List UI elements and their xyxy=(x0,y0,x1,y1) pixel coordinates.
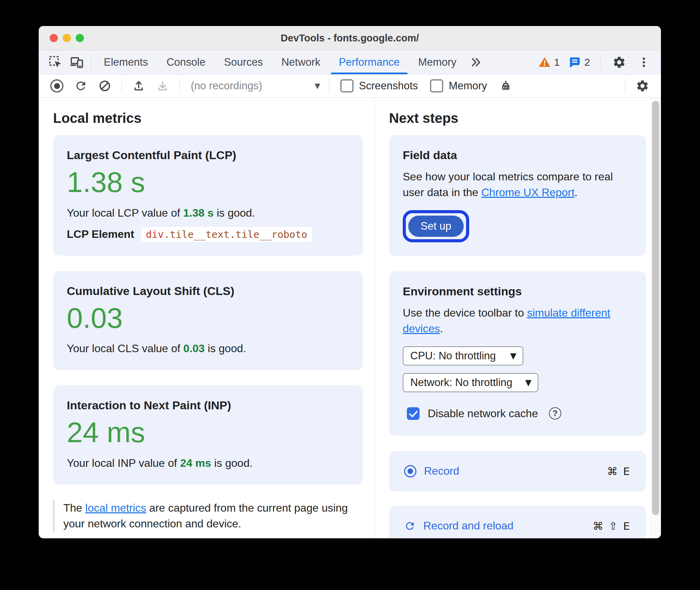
footnote-prefix: The xyxy=(63,502,85,514)
lcp-description: Your local LCP value of 1.38 s is good. xyxy=(67,205,349,221)
record-action-card[interactable]: Record ⌘ E xyxy=(389,451,646,491)
settings-button[interactable] xyxy=(609,55,629,69)
message-bubble-icon xyxy=(568,56,581,68)
environment-settings-title: Environment settings xyxy=(403,284,632,299)
disable-cache-checkbox[interactable] xyxy=(407,407,420,420)
download-profile-button[interactable] xyxy=(152,79,173,92)
upload-profile-button[interactable] xyxy=(128,79,149,92)
tab-memory[interactable]: Memory xyxy=(409,50,466,74)
gear-icon xyxy=(636,79,649,93)
record-reload-action-left: Record and reload xyxy=(404,520,593,532)
divider xyxy=(625,79,625,93)
cls-title: Cumulative Layout Shift (CLS) xyxy=(67,283,349,298)
disable-cache-label: Disable network cache xyxy=(428,407,538,420)
collect-garbage-button[interactable] xyxy=(495,79,516,93)
lcp-desc-suffix: is good. xyxy=(214,207,255,219)
lcp-desc-prefix: Your local LCP value of xyxy=(67,207,183,219)
scrollbar-thumb[interactable] xyxy=(652,101,659,515)
panel-tabs: Elements Console Sources Network Perform… xyxy=(95,50,466,74)
field-data-card: Field data See how your local metrics co… xyxy=(389,135,646,256)
more-tabs-button[interactable] xyxy=(466,56,486,69)
performance-toolbar: (no recordings) ▼ Screenshots Memory xyxy=(39,75,661,98)
minimize-window-button[interactable] xyxy=(63,34,71,42)
field-data-description: See how your local metrics compare to re… xyxy=(403,169,625,201)
devtools-window: DevTools - fonts.google.com/ Elements Co… xyxy=(39,26,661,538)
capture-settings-button[interactable] xyxy=(632,79,653,93)
reload-icon xyxy=(404,520,416,532)
network-throttling-select[interactable]: Network: No throttling ▼ xyxy=(403,373,538,392)
inp-desc-value: 24 ms xyxy=(180,457,211,469)
kebab-menu-icon xyxy=(638,56,650,68)
tab-sources[interactable]: Sources xyxy=(215,50,272,74)
tab-network[interactable]: Network xyxy=(272,50,330,74)
warnings-button[interactable]: 1 xyxy=(536,56,562,68)
local-metrics-column: Local metrics Largest Contentful Paint (… xyxy=(39,98,374,538)
issue-count-badge: 2 xyxy=(584,56,590,68)
memory-label: Memory xyxy=(449,80,487,92)
memory-checkbox[interactable] xyxy=(430,79,443,92)
inspect-cursor-icon xyxy=(48,55,63,69)
divider xyxy=(179,79,180,93)
issues-button[interactable]: 2 xyxy=(566,56,592,68)
record-action-label: Record xyxy=(424,465,459,477)
disable-cache-row: Disable network cache ? xyxy=(407,407,632,420)
record-shortcut: ⌘ E xyxy=(607,465,631,477)
dropdown-arrow-icon: ▼ xyxy=(510,351,516,361)
download-icon xyxy=(156,79,169,92)
memory-checkbox-row[interactable]: Memory xyxy=(425,79,492,92)
broom-icon xyxy=(499,79,512,93)
record-icon xyxy=(50,79,63,92)
record-action-left: Record xyxy=(404,465,607,477)
record-and-reload-button[interactable] xyxy=(70,79,91,92)
tab-console[interactable]: Console xyxy=(157,50,215,74)
record-reload-action-card[interactable]: Record and reload ⌘ ⇧ E xyxy=(389,506,646,538)
vertical-scrollbar[interactable] xyxy=(650,98,661,538)
record-button[interactable] xyxy=(46,79,67,92)
more-options-button[interactable] xyxy=(634,56,653,68)
setup-button[interactable]: Set up xyxy=(408,216,464,237)
double-chevron-icon xyxy=(469,56,482,69)
cls-description: Your local CLS value of 0.03 is good. xyxy=(67,341,349,356)
cpu-throttling-value: CPU: No throttling xyxy=(410,350,496,362)
inp-card: Interaction to Next Paint (INP) 24 ms Yo… xyxy=(53,385,363,485)
local-metrics-link[interactable]: local metrics xyxy=(85,502,146,514)
window-title: DevTools - fonts.google.com/ xyxy=(281,33,419,44)
block-icon xyxy=(98,79,111,92)
clear-button[interactable] xyxy=(94,79,115,92)
crux-report-link[interactable]: Chrome UX Report xyxy=(481,186,574,198)
lcp-title: Largest Contentful Paint (LCP) xyxy=(67,148,349,163)
panel-content: Local metrics Largest Contentful Paint (… xyxy=(39,98,661,538)
lcp-value: 1.38 s xyxy=(67,167,349,198)
recordings-dropdown-value: (no recordings) xyxy=(191,80,262,92)
close-window-button[interactable] xyxy=(50,34,58,42)
cls-desc-suffix: is good. xyxy=(205,342,246,355)
zoom-window-button[interactable] xyxy=(76,34,84,42)
tab-performance[interactable]: Performance xyxy=(329,50,409,74)
help-icon[interactable]: ? xyxy=(549,407,561,420)
setup-button-focus-ring: Set up xyxy=(403,210,469,242)
record-reload-shortcut: ⌘ ⇧ E xyxy=(593,520,631,532)
dropdown-arrow-icon: ▼ xyxy=(525,378,532,387)
recordings-dropdown[interactable]: (no recordings) ▼ xyxy=(186,80,323,92)
tab-elements[interactable]: Elements xyxy=(95,50,157,74)
screenshots-checkbox-row[interactable]: Screenshots xyxy=(336,79,423,92)
inspect-element-button[interactable] xyxy=(45,55,66,69)
tabbar-right-cluster: 1 2 xyxy=(536,55,653,69)
reload-icon xyxy=(74,79,87,92)
lcp-element-node-link[interactable]: div.tile__text.tile__roboto xyxy=(141,227,312,242)
inp-desc-prefix: Your local INP value of xyxy=(67,457,180,469)
next-steps-column: Next steps Field data See how your local… xyxy=(374,98,650,538)
field-data-desc-suffix: . xyxy=(575,186,578,198)
divider xyxy=(600,55,601,69)
toggle-device-toolbar-button[interactable] xyxy=(66,55,87,69)
lcp-desc-value: 1.38 s xyxy=(183,207,214,219)
cpu-throttling-select[interactable]: CPU: No throttling ▼ xyxy=(403,346,523,365)
upload-icon xyxy=(132,79,145,92)
devtools-tabbar: Elements Console Sources Network Perform… xyxy=(39,50,661,75)
inp-description: Your local INP value of 24 ms is good. xyxy=(67,456,349,471)
lcp-element-tag: div xyxy=(146,229,164,240)
inp-title: Interaction to Next Paint (INP) xyxy=(67,398,349,413)
screenshots-checkbox[interactable] xyxy=(340,79,353,92)
divider xyxy=(122,79,122,93)
dropdown-arrow-icon: ▼ xyxy=(315,82,320,90)
